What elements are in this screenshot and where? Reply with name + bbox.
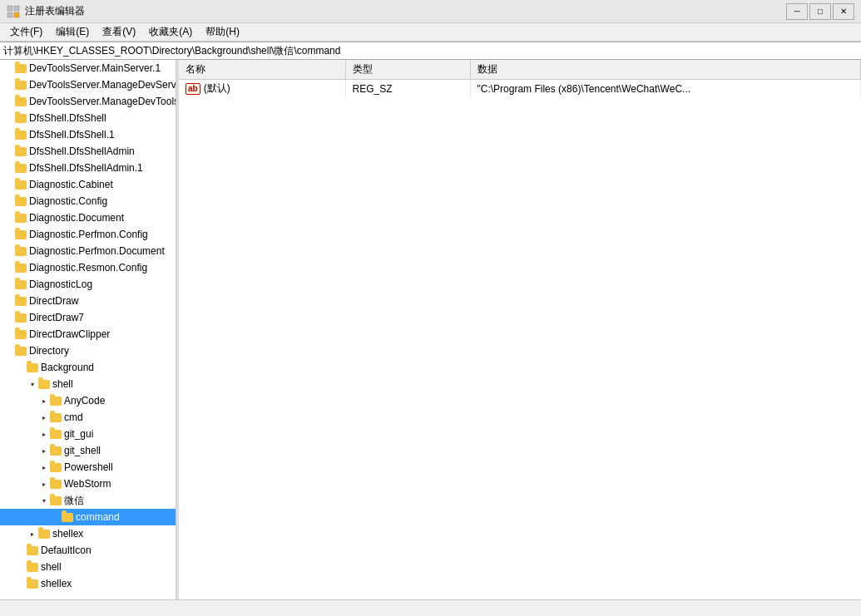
tree-item-shellex[interactable]: ▸shellex bbox=[0, 525, 176, 542]
tree-item-command[interactable]: command bbox=[0, 509, 176, 525]
tree-item-devtools1[interactable]: DevToolsServer.MainServer.1 bbox=[0, 60, 176, 76]
expander-icon bbox=[3, 96, 15, 107]
tree-item-dfsshell[interactable]: DfsShell.DfsShell bbox=[0, 110, 176, 126]
svg-rect-1 bbox=[14, 6, 19, 11]
expander-icon[interactable]: ▸ bbox=[38, 411, 50, 423]
expander-icon[interactable]: ▸ bbox=[38, 478, 50, 490]
expander-icon[interactable]: ▸ bbox=[38, 395, 50, 407]
menu-item-帮助H[interactable]: 帮助(H) bbox=[199, 23, 246, 41]
tree-item-diagperfdoc[interactable]: Diagnostic.Perfmon.Document bbox=[0, 243, 176, 259]
expander-icon[interactable]: ▸ bbox=[38, 428, 50, 440]
tree-item-diagdoc[interactable]: Diagnostic.Document bbox=[0, 209, 176, 226]
tree-item-diaglog[interactable]: DiagnosticLog bbox=[0, 276, 176, 293]
tree-item-label: shell bbox=[52, 378, 73, 390]
tree-item-label: shellex bbox=[41, 578, 72, 589]
expander-icon bbox=[3, 179, 15, 190]
expander-icon bbox=[3, 312, 15, 323]
tree-item-directdraw7[interactable]: DirectDraw7 bbox=[0, 309, 176, 326]
expander-icon bbox=[3, 145, 15, 157]
expander-icon[interactable]: ▸ bbox=[38, 445, 50, 456]
expander-icon bbox=[15, 578, 27, 589]
expander-icon bbox=[3, 262, 15, 274]
tree-item-label: Diagnostic.Cabinet bbox=[29, 179, 113, 190]
main-area: DevToolsServer.MainServer.1DevToolsServe… bbox=[0, 60, 861, 599]
tree-item-label: AnyCode bbox=[64, 395, 105, 407]
tree-item-diagres[interactable]: Diagnostic.Resmon.Config bbox=[0, 259, 176, 276]
expander-icon[interactable]: ▾ bbox=[38, 495, 50, 506]
tree-item-label: cmd bbox=[64, 411, 83, 423]
expander-icon bbox=[15, 545, 27, 556]
expander-icon bbox=[3, 245, 15, 257]
tree-item-anycode[interactable]: ▸AnyCode bbox=[0, 392, 176, 409]
tree-item-devtools2[interactable]: DevToolsServer.ManageDevServer bbox=[0, 76, 176, 93]
table-row[interactable]: ab(默认)REG_SZ"C:\Program Files (x86)\Tenc… bbox=[179, 80, 861, 98]
close-button[interactable]: ✕ bbox=[833, 3, 854, 20]
expander-icon[interactable]: ▾ bbox=[27, 378, 38, 390]
tree-item-defaulticon[interactable]: DefaultIcon bbox=[0, 542, 176, 559]
expander-icon bbox=[15, 362, 27, 373]
tree-item-directdrawclip[interactable]: DirectDrawClipper bbox=[0, 326, 176, 342]
expander-icon bbox=[3, 295, 15, 307]
menu-item-编辑E[interactable]: 编辑(E) bbox=[49, 23, 96, 41]
expander-icon bbox=[3, 112, 15, 124]
col-name[interactable]: 名称 bbox=[179, 60, 345, 80]
tree-panel[interactable]: DevToolsServer.MainServer.1DevToolsServe… bbox=[0, 60, 176, 599]
tree-item-git_gui[interactable]: ▸git_gui bbox=[0, 426, 176, 442]
expander-icon bbox=[3, 345, 15, 357]
expander-icon bbox=[3, 328, 15, 340]
expander-icon bbox=[3, 129, 15, 140]
menu-item-文件F[interactable]: 文件(F) bbox=[3, 23, 49, 41]
svg-rect-2 bbox=[7, 12, 12, 17]
expander-icon bbox=[15, 561, 27, 573]
tree-item-git_shell[interactable]: ▸git_shell bbox=[0, 442, 176, 459]
tree-item-label: 微信 bbox=[64, 494, 84, 508]
tree-item-diagcab[interactable]: Diagnostic.Cabinet bbox=[0, 176, 176, 193]
tree-item-label: Background bbox=[41, 362, 94, 373]
tree-item-label: DefaultIcon bbox=[41, 545, 92, 556]
maximize-button[interactable]: □ bbox=[809, 3, 831, 20]
tree-item-webstorm[interactable]: ▸WebStorm bbox=[0, 476, 176, 492]
tree-item-weixin[interactable]: ▾微信 bbox=[0, 492, 176, 509]
expander-icon[interactable]: ▸ bbox=[38, 461, 50, 473]
app-icon bbox=[7, 5, 20, 18]
tree-item-diagconf[interactable]: Diagnostic.Config bbox=[0, 193, 176, 209]
tree-item-background[interactable]: Background bbox=[0, 359, 176, 376]
tree-item-dfsshell1[interactable]: DfsShell.DfsShell.1 bbox=[0, 126, 176, 143]
reg-type-cell: REG_SZ bbox=[345, 80, 470, 98]
window-title: 注册表编辑器 bbox=[25, 4, 85, 18]
tree-item-diagperf[interactable]: Diagnostic.Perfmon.Config bbox=[0, 226, 176, 243]
expander-icon bbox=[3, 229, 15, 240]
expander-icon bbox=[3, 162, 15, 174]
tree-item-label: shell bbox=[41, 561, 62, 573]
tree-item-directory[interactable]: Directory bbox=[0, 342, 176, 359]
minimize-button[interactable]: ─ bbox=[786, 3, 808, 20]
status-bar bbox=[0, 599, 861, 616]
tree-item-label: DfsShell.DfsShellAdmin bbox=[29, 145, 135, 157]
col-data[interactable]: 数据 bbox=[470, 60, 861, 80]
right-panel: 名称 类型 数据 ab(默认)REG_SZ"C:\Program Files (… bbox=[179, 60, 861, 599]
tree-item-label: DevToolsServer.ManageDevTools bbox=[29, 96, 176, 107]
reg-name-text: (默认) bbox=[204, 82, 230, 94]
col-type[interactable]: 类型 bbox=[345, 60, 470, 80]
registry-table: 名称 类型 数据 ab(默认)REG_SZ"C:\Program Files (… bbox=[179, 60, 861, 97]
tree-item-powershell[interactable]: ▸Powershell bbox=[0, 459, 176, 476]
address-bar: 计算机\HKEY_CLASSES_ROOT\Directory\Backgrou… bbox=[0, 42, 861, 60]
menu-item-查看V[interactable]: 查看(V) bbox=[96, 23, 142, 41]
tree-item-label: Diagnostic.Document bbox=[29, 212, 124, 224]
tree-item-label: DirectDraw bbox=[29, 295, 78, 307]
tree-item-label: DevToolsServer.ManageDevServer bbox=[29, 79, 176, 91]
tree-item-label: git_gui bbox=[64, 428, 93, 440]
tree-item-dfsshelladmin1[interactable]: DfsShell.DfsShellAdmin.1 bbox=[0, 160, 176, 176]
menu-item-收藏夹A[interactable]: 收藏夹(A) bbox=[142, 23, 199, 41]
tree-item-directdraw[interactable]: DirectDraw bbox=[0, 293, 176, 309]
expander-icon[interactable]: ▸ bbox=[27, 528, 38, 540]
tree-item-cmd[interactable]: ▸cmd bbox=[0, 409, 176, 426]
tree-item-shell2[interactable]: shell bbox=[0, 559, 176, 575]
tree-item-dfsshella[interactable]: DfsShell.DfsShellAdmin bbox=[0, 143, 176, 160]
tree-item-shell[interactable]: ▾shell bbox=[0, 376, 176, 392]
tree-item-devtools3[interactable]: DevToolsServer.ManageDevTools bbox=[0, 93, 176, 110]
expander-icon bbox=[3, 62, 15, 74]
svg-rect-0 bbox=[7, 6, 12, 11]
expander-icon bbox=[50, 511, 62, 523]
tree-item-shellex2[interactable]: shellex bbox=[0, 575, 176, 592]
